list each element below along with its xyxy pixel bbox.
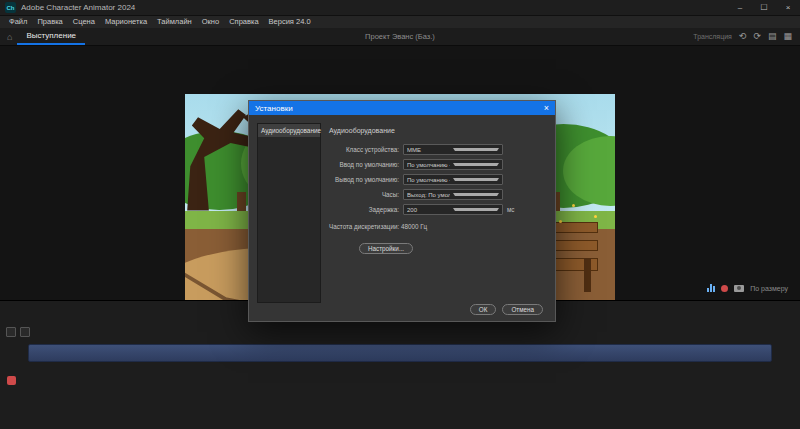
workspace-layout-icon[interactable]: ▦ — [783, 32, 792, 41]
home-icon[interactable]: ⌂ — [0, 32, 17, 42]
scene-tools: По размеру — [707, 284, 788, 292]
menu-help[interactable]: Справка — [224, 16, 263, 28]
latency-select[interactable]: 200 — [403, 204, 503, 215]
dialog-title: Установки — [255, 104, 293, 113]
audio-meter-icon — [707, 284, 715, 292]
app-window: Ch Adobe Character Animator 2024 – ☐ × Ф… — [0, 0, 800, 429]
flower — [559, 220, 562, 223]
latency-row: Задержка: 200 мс — [329, 204, 547, 215]
window-controls: – ☐ × — [728, 0, 800, 15]
latency-label: Задержка: — [329, 206, 399, 213]
menu-edit[interactable]: Правка — [32, 16, 67, 28]
device-class-select[interactable]: MME — [403, 144, 503, 155]
dialog-sidebar: Аудиооборудование — [257, 123, 321, 303]
section-heading: Аудиооборудование — [329, 127, 547, 134]
chevron-down-icon — [453, 208, 500, 211]
menu-timeline[interactable]: Таймлайн — [152, 16, 197, 28]
close-icon[interactable]: × — [776, 0, 800, 15]
redo-icon[interactable]: ⟳ — [753, 32, 761, 41]
dialog-content: Аудиооборудование Класс устройства: MME … — [329, 123, 547, 255]
sidebar-item-audio-hardware[interactable]: Аудиооборудование — [258, 124, 320, 137]
undo-icon[interactable]: ⟲ — [739, 32, 747, 41]
default-output-select[interactable]: По умолчанию - Динамики (Realtek High De… — [403, 174, 503, 185]
tab-performance[interactable]: Выступление — [17, 28, 85, 45]
menu-scene[interactable]: Сцена — [68, 16, 100, 28]
record-indicator-icon[interactable] — [7, 376, 16, 385]
default-input-select[interactable]: По умолчанию - Микрофон (Realtek High De… — [403, 159, 503, 170]
workspace-tab-bar: ⌂ Выступление Проект Эванс (Баз.) Трансл… — [0, 28, 800, 46]
clock-select[interactable]: Выход: По умолчанию - Динамики (Realtek … — [403, 189, 503, 200]
ok-button[interactable]: ОК — [470, 304, 497, 315]
menu-version: Версия 24.0 — [264, 16, 316, 28]
flower — [572, 204, 575, 207]
sample-rate-label: Частота дискретизации: 48000 Гц — [329, 223, 547, 230]
default-output-row: Вывод по умолчанию: По умолчанию - Динам… — [329, 174, 547, 185]
latency-unit-label: мс — [507, 206, 514, 213]
chevron-down-icon — [453, 148, 500, 151]
preferences-dialog: Установки × Аудиооборудование Аудиообору… — [248, 100, 556, 322]
clock-row: Часы: Выход: По умолчанию - Динамики (Re… — [329, 189, 547, 200]
dialog-footer: ОК Отмена — [470, 304, 543, 315]
asio-settings-button[interactable]: Настройки... — [359, 243, 413, 254]
chevron-down-icon — [453, 163, 500, 166]
dialog-titlebar[interactable]: Установки × — [249, 101, 555, 115]
flower — [594, 215, 597, 218]
title-bar: Ch Adobe Character Animator 2024 – ☐ × — [0, 0, 800, 16]
device-class-label: Класс устройства: — [329, 146, 399, 153]
device-class-row: Класс устройства: MME — [329, 144, 547, 155]
camera-toggle-icon[interactable] — [20, 327, 30, 337]
record-icon[interactable] — [721, 285, 728, 292]
default-input-row: Ввод по умолчанию: По умолчанию - Микроф… — [329, 159, 547, 170]
menu-window[interactable]: Окно — [197, 16, 224, 28]
default-input-label: Ввод по умолчанию: — [329, 161, 399, 168]
minimize-icon[interactable]: – — [728, 0, 752, 15]
tabbar-right-cluster: Трансляция ⟲ ⟳ ▤ ▦ — [693, 28, 792, 45]
stream-label: Трансляция — [693, 33, 732, 40]
cancel-button[interactable]: Отмена — [502, 304, 543, 315]
default-output-label: Вывод по умолчанию: — [329, 176, 399, 183]
chevron-down-icon — [453, 193, 500, 196]
panel-icon[interactable]: ▤ — [768, 32, 777, 41]
clock-label: Часы: — [329, 191, 399, 198]
camera-icon[interactable] — [734, 285, 744, 292]
mic-toggle-icon[interactable] — [6, 327, 16, 337]
menu-puppet[interactable]: Марионетка — [100, 16, 152, 28]
menu-bar: Файл Правка Сцена Марионетка Таймлайн Ок… — [0, 16, 800, 28]
timeline-toolbar — [6, 327, 30, 337]
project-title: Проект Эванс (Баз.) — [365, 32, 435, 41]
dialog-close-icon[interactable]: × — [544, 104, 549, 113]
maximize-icon[interactable]: ☐ — [752, 0, 776, 15]
zoom-fit-dropdown[interactable]: По размеру — [750, 285, 788, 292]
menu-file[interactable]: Файл — [4, 16, 32, 28]
timeline-take-bar[interactable] — [28, 344, 772, 362]
app-logo-icon: Ch — [5, 2, 16, 13]
window-title: Adobe Character Animator 2024 — [21, 3, 135, 12]
chevron-down-icon — [453, 178, 500, 181]
